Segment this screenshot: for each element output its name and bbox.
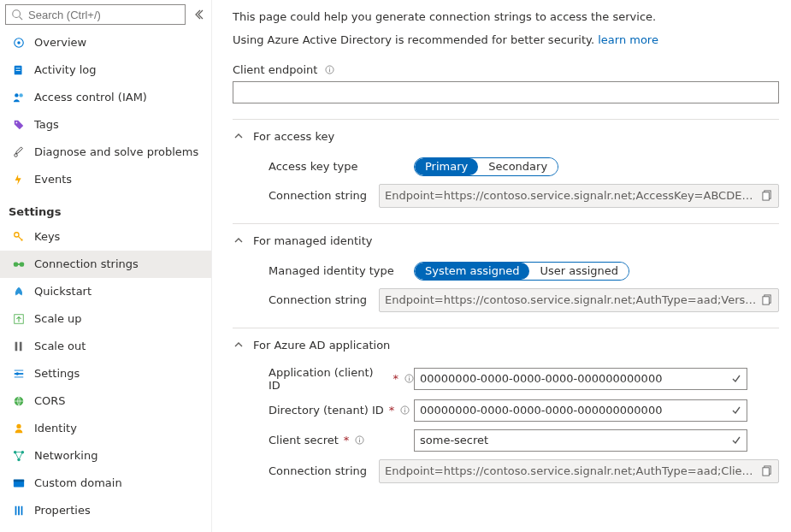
section-aad-app-header[interactable]: For Azure AD application — [233, 337, 779, 358]
svg-rect-21 — [15, 377, 24, 378]
scale-out-icon — [12, 340, 26, 353]
info-icon[interactable] — [404, 374, 414, 384]
svg-point-0 — [13, 10, 21, 18]
app-id-label: Application (client) ID * — [269, 366, 414, 392]
networking-icon — [12, 449, 26, 463]
nav-label: Networking — [34, 448, 97, 464]
nav-scale-out[interactable]: Scale out — [0, 333, 211, 360]
svg-rect-17 — [20, 342, 22, 352]
svg-rect-43 — [404, 410, 405, 413]
svg-rect-34 — [329, 68, 330, 68]
nav-label: Tags — [34, 117, 59, 133]
svg-rect-41 — [409, 376, 410, 377]
copy-button[interactable] — [762, 465, 773, 476]
settings-icon — [12, 367, 26, 381]
checkmark-icon — [731, 374, 741, 384]
svg-rect-5 — [16, 68, 21, 68]
properties-icon — [12, 504, 26, 517]
svg-point-9 — [16, 122, 18, 124]
nav-networking[interactable]: Networking — [0, 442, 211, 470]
client-secret-input[interactable]: some-secret — [414, 429, 747, 452]
copy-button[interactable] — [762, 294, 773, 305]
nav-label: Events — [34, 172, 72, 187]
app-id-input[interactable]: 00000000-0000-0000-0000-000000000000 — [414, 368, 747, 390]
nav-events[interactable]: Events — [0, 166, 211, 193]
intro-security: Using Azure Active Directory is recommen… — [233, 33, 779, 48]
required-asterisk: * — [393, 372, 399, 385]
svg-point-7 — [15, 93, 18, 97]
svg-rect-47 — [359, 438, 360, 439]
info-icon[interactable] — [399, 405, 410, 416]
identity-icon — [12, 422, 26, 435]
access-control-icon — [12, 91, 26, 104]
svg-rect-31 — [21, 506, 23, 516]
info-icon[interactable] — [324, 64, 334, 74]
quickstart-icon — [12, 285, 26, 299]
search-row — [0, 0, 211, 29]
access-key-secondary[interactable]: Secondary — [478, 158, 558, 175]
nav-connection-strings[interactable]: Connection strings — [0, 251, 211, 278]
client-secret-label: Client secret * — [269, 434, 414, 446]
required-asterisk: * — [389, 404, 395, 417]
svg-rect-30 — [18, 506, 20, 516]
svg-rect-44 — [404, 408, 405, 409]
info-icon[interactable] — [354, 435, 364, 446]
section-aad-app: For Azure AD application Application (cl… — [233, 328, 779, 483]
nav-label: CORS — [34, 393, 66, 409]
mi-system-assigned[interactable]: System assigned — [415, 263, 529, 280]
search-box[interactable] — [5, 4, 186, 25]
section-managed-identity-header[interactable]: For managed identity — [233, 233, 779, 254]
section-title: For managed identity — [253, 234, 373, 247]
nav-label: Access control (IAM) — [34, 90, 147, 105]
section-access-key: For access key Access key type Primary S… — [233, 119, 779, 208]
sidebar: Overview Activity log Access control (IA… — [0, 0, 212, 532]
nav-overview[interactable]: Overview — [0, 29, 211, 56]
svg-rect-36 — [763, 192, 769, 200]
nav-activity-log[interactable]: Activity log — [0, 56, 211, 84]
access-key-primary[interactable]: Primary — [415, 158, 478, 175]
access-key-type-label: Access key type — [269, 160, 414, 173]
nav-custom-domain[interactable]: Custom domain — [0, 470, 211, 497]
diagnose-icon — [12, 145, 26, 159]
nav-keys[interactable]: Keys — [0, 223, 211, 251]
nav-settings[interactable]: Settings — [0, 360, 211, 387]
learn-more-link[interactable]: learn more — [598, 33, 658, 46]
nav-diagnose[interactable]: Diagnose and solve problems — [0, 139, 211, 166]
nav-quickstart[interactable]: Quickstart — [0, 278, 211, 305]
mi-user-assigned[interactable]: User assigned — [529, 263, 629, 280]
svg-rect-28 — [14, 480, 24, 482]
section-access-key-header[interactable]: For access key — [233, 128, 779, 150]
managed-identity-type-toggle: System assigned User assigned — [414, 262, 629, 281]
svg-rect-14 — [17, 263, 21, 265]
svg-rect-49 — [763, 468, 769, 476]
chevron-up-icon — [233, 339, 245, 351]
activity-log-icon — [12, 63, 26, 77]
collapse-sidebar-button[interactable] — [191, 7, 206, 22]
tenant-id-input[interactable]: 00000000-0000-0000-0000-000000000000 — [414, 399, 747, 422]
svg-point-10 — [15, 154, 18, 157]
client-endpoint-input[interactable] — [233, 81, 779, 103]
mi-conn-label: Connection string — [269, 293, 379, 306]
nav-identity[interactable]: Identity — [0, 415, 211, 442]
nav-scale-up[interactable]: Scale up — [0, 305, 211, 333]
nav-properties[interactable]: Properties — [0, 497, 211, 524]
scale-up-icon — [12, 312, 26, 326]
nav-cors[interactable]: CORS — [0, 387, 211, 415]
section-title: For Azure AD application — [253, 339, 390, 352]
svg-rect-46 — [359, 440, 360, 443]
svg-point-8 — [19, 93, 22, 97]
nav-label: Identity — [34, 421, 77, 436]
nav-label: Overview — [34, 35, 86, 50]
copy-button[interactable] — [762, 190, 773, 201]
nav-label: Activity log — [34, 62, 97, 78]
nav-access-control[interactable]: Access control (IAM) — [0, 84, 211, 111]
search-input[interactable] — [28, 9, 180, 21]
events-icon — [12, 173, 26, 186]
checkmark-icon — [731, 435, 741, 446]
nav-tags[interactable]: Tags — [0, 111, 211, 139]
section-managed-identity: For managed identity Managed identity ty… — [233, 223, 779, 312]
nav-label: Properties — [34, 503, 91, 518]
tenant-id-label: Directory (tenant) ID * — [269, 404, 414, 417]
managed-identity-type-label: Managed identity type — [269, 264, 414, 277]
custom-domain-icon — [12, 476, 26, 490]
